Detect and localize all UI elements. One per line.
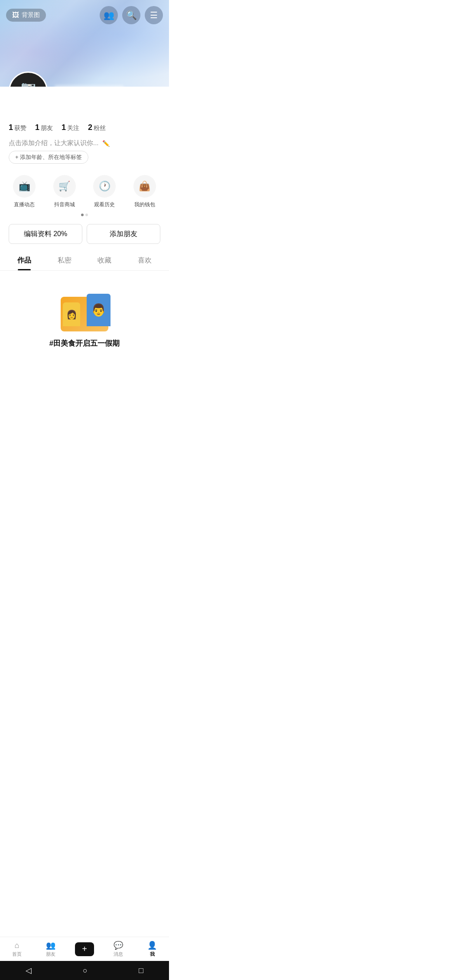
content-area: 1 获赞 1 朋友 1 关注 2 粉丝 点击添加介绍，让大家认识你... ✏️ … — [0, 113, 169, 357]
tab-works[interactable]: 作品 — [4, 250, 45, 270]
shop-icon: 🛒 — [58, 181, 70, 192]
promo-image: 👩 👨 — [58, 288, 110, 331]
stat-following[interactable]: 1 关注 — [62, 123, 79, 132]
tabs-row: 作品 私密 收藏 喜欢 — [0, 250, 169, 271]
bio-text[interactable]: 点击添加介绍，让大家认识你... ✏️ — [9, 139, 160, 147]
promo-person: 👨 — [87, 294, 110, 326]
banner: 🖼 背景图 👥 🔍 ☰ 📷 添加头像 抖音号： — [0, 0, 169, 87]
quick-actions: 📺 直播动态 🛒 抖音商城 🕐 观看历史 👜 我的钱包 — [0, 167, 169, 212]
stat-followers[interactable]: 2 粉丝 — [88, 123, 106, 132]
bg-label: 背景图 — [22, 11, 40, 19]
add-friend-button[interactable]: 添加朋友 — [87, 224, 160, 244]
image-icon: 🖼 — [12, 11, 19, 19]
live-label: 直播动态 — [14, 201, 35, 208]
promo-title: #田美食开启五一假期 — [49, 338, 120, 348]
banner-top-icons: 👥 🔍 ☰ — [100, 6, 163, 24]
avatar-circle[interactable]: 📷 添加头像 — [9, 71, 48, 87]
followers-label: 粉丝 — [94, 124, 106, 132]
promo-person2: 👩 — [63, 302, 80, 326]
menu-icon: ☰ — [150, 10, 158, 20]
dot-1 — [81, 214, 84, 216]
action-buttons: 编辑资料 20% 添加朋友 — [0, 220, 169, 250]
quick-action-wallet[interactable]: 👜 我的钱包 — [133, 175, 156, 208]
stat-friends[interactable]: 1 朋友 — [35, 123, 53, 132]
live-icon: 📺 — [19, 181, 30, 192]
wallet-icon-wrap: 👜 — [133, 175, 156, 198]
wallet-label: 我的钱包 — [134, 201, 155, 208]
dot-2 — [85, 214, 88, 216]
bio-placeholder: 点击添加介绍，让大家认识你... — [9, 139, 99, 147]
add-tags-button[interactable]: + 添加年龄、所在地等标签 — [9, 151, 88, 164]
following-count: 1 — [62, 123, 66, 132]
history-icon: 🕐 — [99, 181, 110, 192]
edit-profile-button[interactable]: 编辑资料 20% — [9, 224, 82, 244]
search-icon: 🔍 — [126, 10, 137, 20]
tab-content: 👩 👨 #田美食开启五一假期 — [0, 271, 169, 357]
scroll-dots — [0, 214, 169, 216]
stats-row: 1 获赞 1 朋友 1 关注 2 粉丝 — [0, 117, 169, 136]
bio-area: 点击添加介绍，让大家认识你... ✏️ + 添加年龄、所在地等标签 — [0, 136, 169, 167]
search-icon-button[interactable]: 🔍 — [122, 6, 140, 24]
friends-icon-button[interactable]: 👥 — [100, 6, 118, 24]
friends-icon: 👥 — [104, 10, 114, 20]
tab-favorites[interactable]: 收藏 — [84, 250, 125, 270]
tags-label: + 添加年龄、所在地等标签 — [15, 153, 82, 161]
friends-count: 1 — [35, 123, 39, 132]
quick-action-shop[interactable]: 🛒 抖音商城 — [53, 175, 76, 208]
shop-icon-wrap: 🛒 — [53, 175, 76, 198]
friends-label: 朋友 — [41, 124, 53, 132]
username-blurred — [55, 85, 124, 87]
menu-icon-button[interactable]: ☰ — [145, 6, 163, 24]
tab-likes[interactable]: 喜欢 — [125, 250, 165, 270]
quick-action-live[interactable]: 📺 直播动态 — [13, 175, 36, 208]
tab-private[interactable]: 私密 — [45, 250, 85, 270]
following-label: 关注 — [67, 124, 79, 132]
change-background-button[interactable]: 🖼 背景图 — [6, 9, 46, 22]
shop-label: 抖音商城 — [54, 201, 75, 208]
camera-icon: 📷 — [21, 80, 36, 87]
stat-likes[interactable]: 1 获赞 — [9, 123, 26, 132]
followers-count: 2 — [88, 123, 92, 132]
wallet-icon: 👜 — [139, 181, 150, 192]
banner-top-bar: 🖼 背景图 👥 🔍 ☰ — [0, 6, 169, 24]
history-label: 观看历史 — [94, 201, 115, 208]
likes-count: 1 — [9, 123, 13, 132]
likes-label: 获赞 — [14, 124, 26, 132]
history-icon-wrap: 🕐 — [93, 175, 116, 198]
profile-username-area: 抖音号： — [55, 85, 124, 87]
live-icon-wrap: 📺 — [13, 175, 36, 198]
edit-icon: ✏️ — [102, 140, 110, 147]
quick-action-history[interactable]: 🕐 观看历史 — [93, 175, 116, 208]
profile-avatar-area: 📷 添加头像 抖音号： — [9, 71, 124, 87]
